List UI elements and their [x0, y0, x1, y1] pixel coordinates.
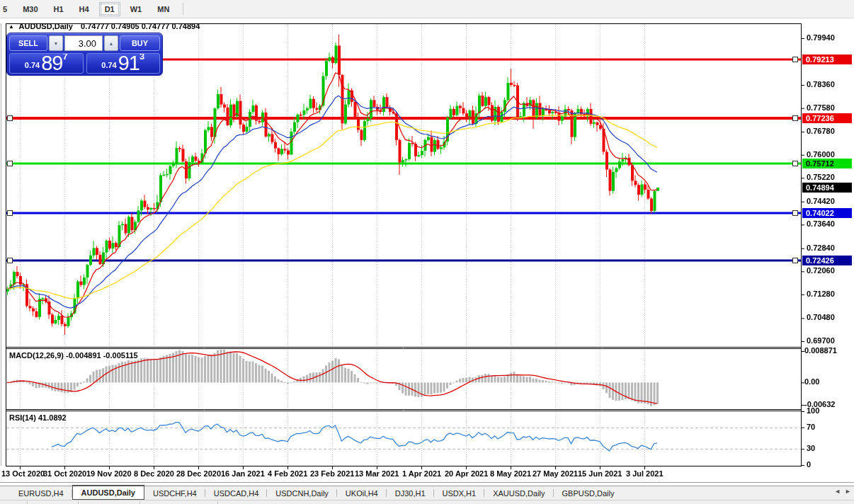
hline-price-tag: 0.75712 — [802, 159, 852, 168]
status-bar-divider — [78, 501, 79, 504]
tab-dj30-h1[interactable]: DJ30,H1 — [387, 486, 434, 500]
tab-ukoil-h4[interactable]: UKOil,H4 — [337, 486, 387, 500]
date-axis-label: 28 Dec 2020 — [176, 469, 221, 478]
timeframe-button-h4[interactable]: H4 — [74, 2, 95, 16]
date-axis-label: 13 Mar 2021 — [355, 469, 399, 478]
hline-price-tag: 0.74022 — [802, 208, 852, 218]
price-axis-tick-label: 0.79940 — [807, 33, 835, 42]
price-axis-tick-label: 0.71280 — [807, 290, 835, 298]
price-axis-tick-label: 0.70480 — [807, 313, 835, 321]
rsi-axis-label: 100 — [807, 406, 819, 415]
rsi-axis-label: 0 — [807, 460, 811, 469]
rsi-indicator-label: RSI(14) 41.0892 — [9, 413, 67, 422]
symbol-tab-bar: EURUSD,H4AUDUSD,DailyUSDCHF,H4USDCAD,H4U… — [0, 486, 854, 500]
sell-button[interactable]: SELL — [9, 35, 47, 51]
status-bar-divider — [140, 501, 140, 504]
tab-audusd-daily[interactable]: AUDUSD,Daily — [72, 485, 144, 500]
tab-gbpusd-daily[interactable]: GBPUSD,Daily — [554, 486, 623, 500]
volume-input[interactable] — [64, 35, 103, 51]
buy-button[interactable]: BUY — [120, 35, 160, 51]
timeframe-button-d1[interactable]: D1 — [99, 2, 120, 16]
tab-scroll-arrows: ◄ ► — [834, 488, 851, 495]
toolbar-divider — [183, 3, 183, 15]
collapse-trade-panel-icon[interactable]: ▲ — [8, 23, 14, 30]
date-axis-label: 19 Nov 2020 — [86, 469, 132, 478]
timeframe-toolbar: 5M30H1H4D1W1MN — [0, 0, 854, 18]
price-axis-tick-label: 0.78360 — [807, 80, 835, 88]
date-axis-label: 31 Oct 2020 — [43, 469, 86, 478]
one-click-trading-panel: SELL ▼ ▲ BUY 0.74 89 7 0.74 91 3 — [6, 33, 163, 76]
date-axis-label: 16 Jan 2021 — [221, 469, 265, 478]
chevron-up-icon: ▲ — [109, 41, 114, 46]
buy-price-big: 91 — [118, 54, 140, 72]
timeframe-button-h1[interactable]: H1 — [48, 2, 69, 16]
price-axis-tick-label: 0.72840 — [807, 244, 835, 252]
sell-price-display[interactable]: 0.74 89 7 — [9, 53, 84, 74]
sell-price-prefix: 0.74 — [25, 58, 40, 72]
status-bar-divider — [27, 501, 28, 504]
buy-price-prefix: 0.74 — [101, 58, 116, 72]
date-axis-label: 3 Jul 2021 — [626, 469, 664, 478]
macd-axis-label: 0.00 — [804, 377, 819, 386]
tab-usdcnh-daily[interactable]: USDCNH,Daily — [267, 486, 337, 500]
chart-symbol-label: AUDUSD,Daily — [19, 22, 73, 30]
current-price-tag: 0.74894 — [802, 183, 852, 193]
tab-eurusd-h4[interactable]: EURUSD,H4 — [10, 486, 72, 500]
date-axis-label: 15 Jun 2021 — [578, 469, 622, 478]
price-axis-tick-label: 0.76000 — [807, 150, 835, 159]
macd-indicator-label: MACD(12,26,9) -0.004891 -0.005115 — [9, 351, 138, 360]
tab-usdchf-h4[interactable]: USDCHF,H4 — [144, 486, 205, 500]
date-axis-label: 23 Feb 2021 — [310, 469, 354, 478]
date-axis-label: 8 Dec 2020 — [134, 469, 174, 478]
status-bar-divider — [217, 501, 218, 504]
price-axis-tick-label: 0.69700 — [807, 336, 835, 345]
chart-header: ▲ AUDUSD,Daily 0.74777 0.74905 0.74777 0… — [8, 22, 200, 30]
price-axis-tick-label: 0.77580 — [807, 103, 835, 112]
timeframe-button-5[interactable]: 5 — [0, 2, 13, 16]
price-axis-tick-label: 0.76780 — [807, 127, 835, 135]
timeframe-button-w1[interactable]: W1 — [125, 2, 148, 16]
date-axis-label: 8 May 2021 — [490, 469, 531, 478]
date-axis-label: 20 Apr 2021 — [445, 469, 488, 478]
macd-axis-label: 0.008871 — [804, 346, 837, 355]
buy-price-display[interactable]: 0.74 91 3 — [86, 53, 161, 74]
tab-usdcad-h4[interactable]: USDCAD,H4 — [205, 486, 268, 500]
sell-price-big: 89 — [41, 54, 62, 72]
mt4-window: 5M30H1H4D1W1MN ▲ AUDUSD,Daily 0.74777 0.… — [0, 0, 854, 504]
scroll-right-icon[interactable]: ► — [845, 488, 851, 495]
price-axis-tick-label: 0.75220 — [807, 173, 835, 181]
hline-price-tag: 0.79213 — [802, 55, 852, 64]
price-axis-tick-label: 0.73640 — [807, 219, 835, 228]
price-chart-canvas[interactable] — [0, 18, 854, 486]
price-axis-tick-label: 0.74420 — [807, 197, 835, 205]
volume-increase-button[interactable]: ▲ — [104, 35, 118, 51]
sell-price-sup: 7 — [62, 53, 67, 66]
hline-price-tag: 0.72426 — [802, 256, 852, 265]
tab-xauusd-daily[interactable]: XAUUSD,Daily — [484, 486, 553, 500]
chevron-down-icon: ▼ — [54, 41, 59, 46]
timeframe-button-mn[interactable]: MN — [152, 2, 175, 16]
hline-price-tag: 0.77236 — [802, 113, 852, 123]
timeframe-button-m30[interactable]: M30 — [17, 2, 43, 16]
tab-usdx-h1[interactable]: USDX,H1 — [434, 486, 485, 500]
volume-decrease-button[interactable]: ▼ — [49, 35, 63, 51]
chart-ohlc-values: 0.74777 0.74905 0.74777 0.74894 — [81, 22, 200, 30]
rsi-axis-label: 70 — [807, 423, 815, 431]
date-axis-label: 27 May 2021 — [533, 469, 578, 478]
scroll-left-icon[interactable]: ◄ — [834, 488, 841, 495]
status-bar — [0, 500, 854, 504]
buy-price-sup: 3 — [140, 53, 144, 66]
rsi-axis-label: 30 — [807, 444, 815, 452]
date-axis-label: 13 Oct 2020 — [1, 469, 45, 478]
date-axis-label: 4 Feb 2021 — [268, 469, 307, 478]
date-axis-label: 1 Apr 2021 — [402, 469, 441, 478]
price-axis-tick-label: 0.72060 — [807, 266, 835, 275]
